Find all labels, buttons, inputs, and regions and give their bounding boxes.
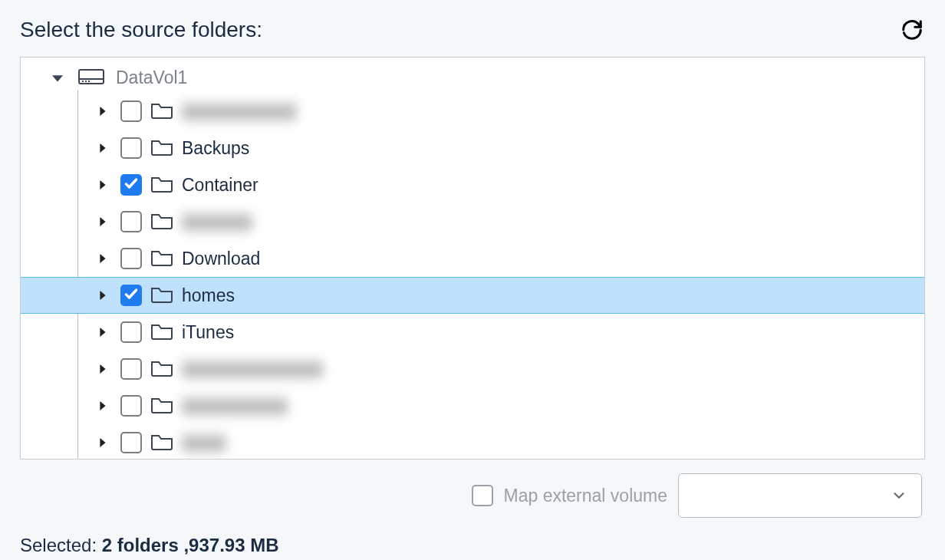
svg-marker-11 (100, 291, 105, 300)
chevron-down-icon (891, 487, 907, 504)
page-title: Select the source folders: (20, 18, 262, 42)
tree-item[interactable]: xxxxxxxxxxxx (77, 387, 924, 424)
map-external-checkbox[interactable] (472, 485, 493, 506)
folder-icon (150, 394, 174, 417)
folder-checkbox[interactable] (120, 174, 142, 196)
expand-icon[interactable] (97, 106, 108, 117)
expand-icon[interactable] (97, 364, 108, 374)
folder-label: xxxxxxxx (182, 212, 252, 232)
svg-marker-13 (100, 364, 105, 374)
folder-checkbox[interactable] (120, 358, 142, 380)
folder-tree[interactable]: DataVol1 xxxxxxxxxxxxxBackupsContainerxx… (20, 57, 925, 460)
folder-checkbox[interactable] (120, 395, 142, 417)
folder-checkbox[interactable] (120, 137, 142, 159)
expand-icon[interactable] (97, 216, 108, 227)
refresh-button[interactable] (899, 17, 925, 43)
refresh-icon (901, 18, 924, 41)
folder-icon (150, 173, 174, 196)
folder-label: Container (182, 175, 258, 196)
checkmark-icon (123, 176, 139, 194)
folder-checkbox[interactable] (120, 211, 142, 232)
folder-label: xxxxx (182, 433, 226, 453)
svg-marker-6 (100, 107, 105, 116)
folder-label: homes (182, 285, 235, 306)
map-external-label: Map external volume (504, 486, 668, 506)
folder-icon (150, 137, 174, 160)
tree-item[interactable]: Download (77, 240, 924, 277)
svg-marker-9 (100, 217, 105, 226)
svg-marker-0 (52, 75, 63, 81)
tree-item[interactable]: homes (20, 277, 925, 314)
drive-icon (77, 64, 105, 91)
tree-root-row[interactable]: DataVol1 (51, 62, 924, 93)
svg-marker-7 (100, 143, 105, 153)
tree-item[interactable]: iTunes (77, 314, 924, 351)
tree-item[interactable]: xxxxxxxxxxxxx (77, 93, 924, 130)
folder-checkbox[interactable] (120, 432, 142, 453)
external-volume-select[interactable] (678, 473, 922, 518)
folder-icon (150, 431, 174, 454)
folder-label: xxxxxxxxxxxxxxxx (182, 359, 323, 380)
tree-item[interactable]: xxxxxxxx (77, 203, 924, 240)
svg-marker-12 (100, 328, 105, 337)
expand-icon[interactable] (97, 290, 108, 301)
folder-icon (150, 210, 174, 233)
tree-item[interactable]: xxxxxxxxxxxxxxxx (77, 351, 924, 387)
svg-marker-8 (100, 180, 105, 189)
folder-label: Backups (182, 138, 249, 159)
folder-label: xxxxxxxxxxxx (182, 396, 288, 417)
folder-icon (150, 357, 174, 380)
expand-icon[interactable] (97, 143, 108, 153)
selection-status: Selected: 2 folders ,937.93 MB (20, 535, 925, 556)
root-label: DataVol1 (116, 68, 187, 88)
expand-icon[interactable] (97, 400, 108, 411)
tree-item[interactable]: Container (77, 166, 924, 203)
folder-checkbox[interactable] (120, 100, 142, 122)
checkmark-icon (123, 286, 139, 305)
folder-checkbox[interactable] (120, 321, 142, 343)
expand-icon[interactable] (97, 437, 108, 448)
folder-checkbox[interactable] (120, 285, 142, 306)
folder-icon (150, 321, 174, 344)
folder-icon (150, 284, 174, 307)
tree-item[interactable]: Backups (77, 130, 924, 166)
status-value: 2 folders ,937.93 MB (102, 535, 279, 555)
svg-marker-10 (100, 254, 105, 263)
folder-label: xxxxxxxxxxxxx (182, 101, 297, 122)
expand-icon[interactable] (97, 180, 108, 190)
status-prefix: Selected: (20, 535, 102, 555)
expand-icon[interactable] (97, 327, 108, 338)
expand-icon[interactable] (97, 253, 108, 264)
svg-marker-15 (100, 438, 105, 447)
folder-icon (150, 100, 174, 123)
folder-label: iTunes (182, 322, 234, 343)
tree-children: xxxxxxxxxxxxxBackupsContainerxxxxxxxxDow… (77, 93, 924, 460)
folder-checkbox[interactable] (120, 248, 142, 269)
folder-label: Download (182, 249, 260, 269)
svg-marker-14 (100, 401, 105, 410)
folder-icon (150, 247, 174, 270)
collapse-icon[interactable] (51, 71, 64, 84)
tree-item[interactable]: xxxxx (77, 424, 924, 460)
